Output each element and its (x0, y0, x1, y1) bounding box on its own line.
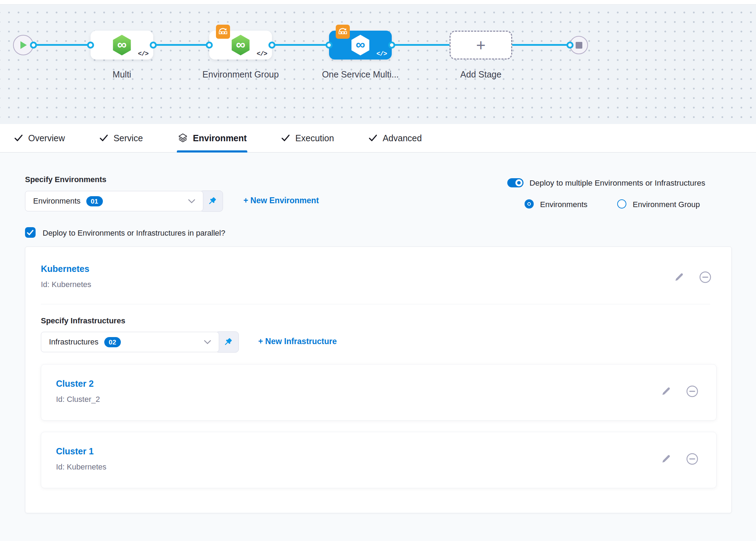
stage-tabbar: Overview Service Environment Execution (0, 124, 756, 153)
propagate-badge-icon (336, 25, 350, 39)
environment-card: Kubernetes Id: Kubernetes Specify Infras… (25, 247, 732, 513)
infrastructures-select[interactable]: Infrastructures 02 (41, 332, 219, 352)
port (566, 42, 574, 49)
infrastructure-id: Id: Kubernetes (56, 462, 106, 472)
port (87, 42, 94, 49)
tab-label: Overview (28, 133, 65, 143)
check-icon (27, 230, 34, 236)
tab-overview[interactable]: Overview (14, 124, 65, 152)
stage-label-multi: Multi (76, 67, 168, 82)
environments-select-value: Environments (33, 197, 81, 206)
minus-circle-icon (686, 453, 699, 465)
svg-text:∞: ∞ (356, 37, 365, 52)
add-stage-button[interactable]: + (450, 31, 512, 60)
tab-service[interactable]: Service (99, 124, 143, 152)
environment-id: Id: Kubernetes (41, 280, 91, 289)
port (268, 42, 275, 49)
code-icon: </> (257, 50, 267, 57)
svg-text:∞: ∞ (117, 37, 127, 52)
infrastructure-id: Id: Cluster_2 (56, 395, 100, 404)
tab-advanced[interactable]: Advanced (368, 124, 422, 152)
port (388, 42, 395, 49)
divider (41, 304, 710, 304)
pin-icon (223, 337, 233, 347)
edit-environment-button[interactable] (674, 272, 684, 282)
radio-environments[interactable] (525, 199, 534, 209)
layers-icon (178, 133, 188, 143)
edit-infrastructure-button[interactable] (661, 454, 671, 464)
tab-label: Advanced (383, 133, 422, 143)
propagate-badge-icon (216, 25, 230, 39)
service-hexagon-icon: ∞ (349, 33, 372, 57)
check-icon (14, 133, 23, 143)
tab-label: Environment (193, 133, 247, 143)
new-environment-link[interactable]: + New Environment (243, 196, 319, 205)
specify-environments-label: Specify Environments (25, 175, 106, 184)
edit-infrastructure-button[interactable] (661, 386, 671, 397)
minus-circle-icon (686, 385, 699, 398)
check-icon (368, 133, 378, 143)
infrastructure-name-link[interactable]: Cluster 1 (56, 446, 94, 456)
tab-label: Execution (295, 133, 334, 143)
stage-node-multi[interactable]: ∞ </> (91, 31, 153, 60)
remove-infrastructure-button[interactable] (686, 453, 699, 465)
chevron-down-icon (204, 340, 211, 344)
environments-dropdown: Environments 01 (25, 191, 223, 212)
pencil-icon (674, 272, 684, 282)
port (150, 42, 157, 49)
remove-infrastructure-button[interactable] (686, 385, 699, 398)
infrastructure-actions (661, 453, 699, 465)
infrastructure-actions (661, 385, 699, 398)
deploy-multiple-toggle[interactable] (507, 178, 523, 187)
toggle-knob (515, 179, 522, 186)
infrastructure-card: Cluster 2 Id: Cluster_2 (41, 364, 717, 421)
radio-environments-label[interactable]: Environments (540, 200, 588, 209)
parallel-checkbox[interactable] (25, 227, 36, 238)
code-icon: </> (377, 50, 387, 57)
infrastructure-name-link[interactable]: Cluster 2 (56, 379, 94, 389)
stage-label-one-service-multi: One Service Multi... (315, 67, 406, 82)
top-strip (0, 0, 756, 5)
radio-environment-group-label[interactable]: Environment Group (633, 200, 700, 209)
remove-environment-button[interactable] (699, 271, 712, 284)
environments-select[interactable]: Environments 01 (25, 191, 203, 211)
stop-icon (576, 42, 582, 49)
new-infrastructure-link[interactable]: + New Infrastructure (258, 337, 337, 346)
infrastructure-card: Cluster 1 Id: Kubernetes (41, 432, 717, 488)
stage-label-environment-group: Environment Group (195, 67, 286, 82)
parallel-checkbox-label: Deploy to Environments or Infrastructure… (43, 229, 225, 238)
service-hexagon-icon: ∞ (111, 33, 133, 57)
port (326, 42, 333, 49)
chevron-down-icon (188, 199, 195, 204)
pipeline-stage-page: ∞ </> Multi ∞ </> Environment Grou (0, 0, 756, 541)
plus-icon: + (476, 37, 486, 53)
radio-environment-group[interactable] (617, 199, 626, 209)
active-tab-underline (177, 150, 248, 153)
check-icon (281, 133, 290, 143)
check-icon (99, 133, 109, 143)
pipeline-canvas: ∞ </> Multi ∞ </> Environment Grou (0, 5, 756, 124)
tab-environment[interactable]: Environment (178, 124, 247, 152)
add-stage-label: Add Stage (435, 67, 527, 82)
service-hexagon-icon: ∞ (229, 33, 252, 57)
deploy-multiple-toggle-label: Deploy to multiple Environments or Infra… (529, 179, 705, 188)
play-icon (19, 41, 27, 50)
environment-name-link[interactable]: Kubernetes (41, 264, 89, 274)
svg-text:∞: ∞ (236, 37, 246, 52)
tab-label: Service (113, 133, 143, 143)
specify-infrastructures-label: Specify Infrastructures (41, 316, 125, 325)
tab-execution[interactable]: Execution (281, 124, 334, 152)
pencil-icon (661, 386, 671, 397)
pencil-icon (661, 454, 671, 464)
infrastructures-count-badge: 02 (104, 337, 121, 347)
pin-icon (207, 196, 217, 206)
port (30, 42, 37, 49)
infrastructures-select-value: Infrastructures (49, 337, 99, 347)
environments-count-badge: 01 (86, 196, 103, 206)
environment-actions (674, 271, 712, 284)
stage-node-one-service-multi[interactable]: ∞ </> (329, 31, 392, 60)
infrastructures-dropdown: Infrastructures 02 (41, 331, 239, 353)
stage-node-environment-group[interactable]: ∞ </> (209, 31, 272, 60)
code-icon: </> (138, 50, 148, 57)
minus-circle-icon (699, 271, 712, 284)
